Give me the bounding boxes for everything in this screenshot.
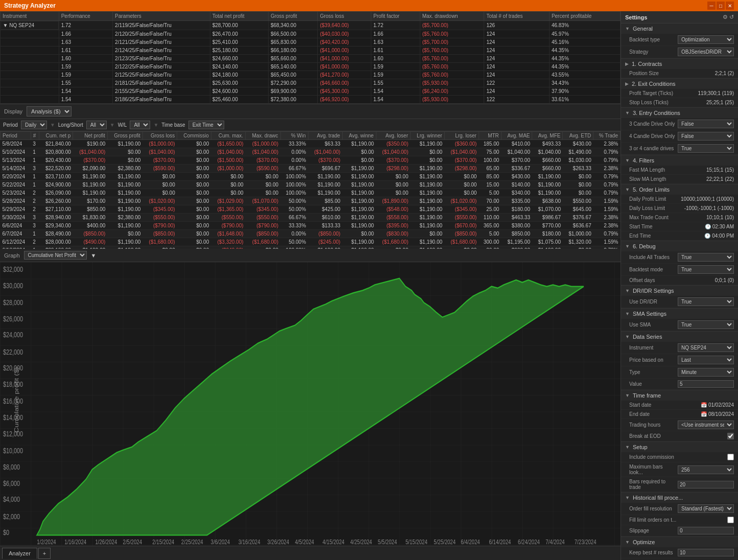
table-cell: $0.00 — [177, 189, 211, 197]
table-cell: 1.59 — [371, 63, 420, 71]
table-cell — [1, 38, 59, 46]
section-header-setup[interactable]: ▼ Setup — [621, 442, 738, 452]
strategy-select[interactable]: OBJSeriesDRiDR — [678, 48, 734, 56]
table-cell: $1,190.00 — [410, 214, 444, 222]
table-cell: ($490.00) — [73, 238, 107, 246]
use-sma-select[interactable]: True False — [678, 320, 734, 329]
table-cell: $68,340.00 — [268, 21, 318, 30]
table-cell: 124 — [484, 87, 550, 96]
table-cell: $1,030.00 — [563, 156, 593, 165]
trading-hours-label: Trading hours — [629, 422, 678, 428]
slippage-input[interactable] — [678, 527, 734, 534]
table-cell: 3 — [31, 165, 39, 173]
timebase-select[interactable]: Exit Time — [188, 121, 224, 129]
table-cell: $20,800.00 — [39, 148, 73, 156]
table-cell: ($1,040.00) — [142, 148, 177, 156]
minimize-button[interactable]: ─ — [707, 2, 716, 10]
section-header-exit[interactable]: ▶ 2. Exit Conditions — [621, 79, 738, 89]
settings-gear-icon[interactable]: ⚙ ↺ — [723, 14, 734, 20]
include-commission-checkbox[interactable] — [727, 454, 734, 460]
display-select[interactable]: Analysis ($) — [27, 106, 72, 116]
instrument-select[interactable]: NQ SEP24 — [678, 343, 734, 352]
section-label-dridr: DR/IDR Settings — [633, 288, 674, 294]
table-cell: $63.33 — [308, 140, 342, 148]
table-cell: 1.66 — [371, 30, 420, 38]
maximize-button[interactable]: □ — [717, 2, 725, 10]
table-row: 5/20/20241$23,710.00$1,190.00$1,190.00$0… — [1, 173, 621, 181]
include-all-trades-select[interactable]: True False — [678, 253, 734, 262]
longshort-select[interactable]: All — [86, 121, 107, 129]
type-select[interactable]: Minute — [678, 368, 734, 377]
bars-required-label: Bars required to trade — [629, 479, 678, 490]
3-candle-select[interactable]: False True — [678, 120, 734, 128]
setting-start-time: Start Time 🕐 02:30 AM — [621, 222, 738, 231]
section-header-general[interactable]: ▼ General — [621, 24, 738, 34]
setting-daily-profit: Daily Profit Limit 10000;10000;1 (10000) — [621, 195, 738, 204]
table-cell: ($590.00) — [142, 165, 177, 173]
table-cell: $340.00 — [501, 189, 532, 197]
table-cell: ($41,270.00) — [318, 71, 371, 79]
section-header-timeframe[interactable]: ▼ Time frame — [621, 390, 738, 401]
table-cell: 50.00% — [280, 205, 308, 214]
table-cell: $0.00 — [342, 156, 376, 165]
svg-text:1/2/2024: 1/2/2024 — [37, 539, 56, 546]
section-header-entry[interactable]: ▼ 3. Entry Conditions — [621, 108, 738, 118]
section-header-dataseries[interactable]: ▼ Data Series — [621, 332, 738, 342]
graph-type-select[interactable]: Cumulative Net Profit — [24, 251, 87, 260]
table-cell: $1,830.00 — [73, 214, 107, 222]
setting-include-commission: Include commission — [621, 452, 738, 462]
tab-analyzer[interactable]: Analyzer — [2, 548, 37, 559]
table-row: 5/8/20243$21,840.00$190.00$1,190.00($1,0… — [1, 140, 621, 148]
price-based-select[interactable]: Last — [678, 356, 734, 364]
3-4-candle-label: 3 or 4 candle drives — [629, 146, 678, 151]
table-cell: $1,190.00 — [107, 140, 142, 148]
3-4-candle-select[interactable]: True False — [678, 144, 734, 153]
max-bars-select[interactable]: 256 — [678, 465, 734, 474]
table-cell: $2,090.00 — [73, 165, 107, 173]
svg-text:Cumulative profit ($): Cumulative profit ($) — [14, 367, 20, 432]
wl-select[interactable]: All — [130, 121, 150, 129]
section-header-sma[interactable]: ▼ SMA Settings — [621, 309, 738, 319]
backtest-type-select[interactable]: Optimization — [678, 35, 734, 44]
keep-best-input[interactable] — [678, 549, 734, 556]
table-cell — [1, 79, 59, 87]
tab-add-button[interactable]: + — [38, 548, 51, 559]
table-cell: 1 — [31, 156, 39, 165]
window-controls: ─ □ ✕ — [707, 2, 734, 10]
collapse-general-icon: ▼ — [625, 26, 630, 31]
table-cell: 5.00 — [479, 230, 501, 238]
section-header-historicalfill[interactable]: ▼ Historical fill proce... — [621, 493, 738, 503]
table-cell: $1,190.00 — [107, 238, 142, 246]
section-header-order-limits[interactable]: ▼ 5. Order Limits — [621, 184, 738, 195]
th-avg-mae: Avg. MAE — [501, 132, 532, 140]
table-cell: $1,190.00 — [410, 165, 444, 173]
include-commission-label: Include commission — [629, 454, 727, 460]
section-label-contracts: 1. Contracts — [632, 61, 662, 67]
section-header-dridr[interactable]: ▼ DR/IDR Settings — [621, 286, 738, 296]
backtest-mode-select[interactable]: True False — [678, 265, 734, 274]
section-header-debug[interactable]: ▼ 6. Debug — [621, 241, 738, 251]
table-cell: 75.00 — [479, 148, 501, 156]
section-header-contracts[interactable]: ▶ 1. Contracts — [621, 59, 738, 69]
table-cell: ($5,760.00) — [420, 55, 484, 63]
table-cell: ($370.00) — [73, 156, 107, 165]
graph-bar: Graph Cumulative Net Profit ▼ — [0, 249, 621, 262]
order-fill-select[interactable]: Standard (Fastest) — [678, 504, 734, 513]
section-header-filters[interactable]: ▼ 4. Filters — [621, 155, 738, 166]
trading-hours-select[interactable]: <Use instrument se... — [678, 421, 734, 429]
fill-limit-checkbox[interactable] — [727, 517, 734, 523]
table-cell: $85.00 — [308, 197, 342, 205]
use-dridr-select[interactable]: True False — [678, 297, 734, 306]
value-input[interactable] — [678, 380, 734, 388]
collapse-setup-icon: ▼ — [625, 445, 630, 450]
table-cell: $1,190.00 — [342, 165, 376, 173]
bars-required-input[interactable] — [678, 481, 734, 488]
period-bar: Period Daily ▼ Long/Short All ▼ W/L All … — [0, 119, 621, 131]
table-cell: $660.00 — [532, 165, 563, 173]
break-eod-checkbox[interactable] — [727, 433, 734, 439]
table-cell: $1,190.00 — [342, 189, 376, 197]
4-candle-select[interactable]: False True — [678, 132, 734, 141]
section-header-optimize[interactable]: ▼ Optimize — [621, 537, 738, 547]
period-select[interactable]: Daily — [21, 121, 47, 129]
close-button[interactable]: ✕ — [726, 2, 734, 10]
